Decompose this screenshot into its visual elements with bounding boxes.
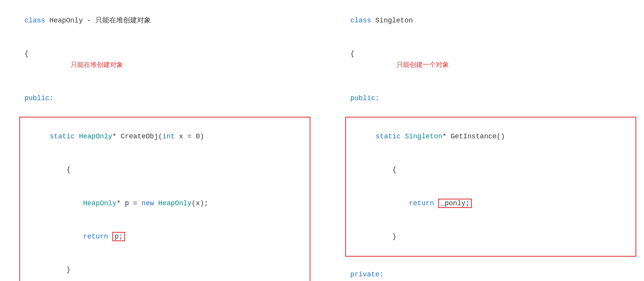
red-box-createobj: static HeapOnly* CreateObj(int x = 0) { … xyxy=(19,117,310,281)
inline-box-ponly: _ponly; xyxy=(438,199,472,208)
line-new-heaponly: HeapOnly* p = new HeapOnly(x); xyxy=(25,187,305,220)
line-singleton-brace: { 只能创建一个对象 xyxy=(334,37,636,82)
line-singleton-class: class Singleton xyxy=(334,4,636,37)
inline-box-p: p; xyxy=(112,232,125,241)
line-class: class HeapOnly - 只能在堆创建对象 xyxy=(8,4,310,37)
line-singleton-private1: private: xyxy=(334,258,636,281)
line-static-create: static HeapOnly* CreateObj(int x = 0) xyxy=(25,120,305,153)
line-close-brace-inner: } xyxy=(25,254,305,281)
comment-singleton: 只能创建一个对象 xyxy=(397,61,449,68)
line-brace-open: { 只能在堆创建对象 xyxy=(8,37,310,82)
right-code-panel: class Singleton { 只能创建一个对象 public: stati… xyxy=(334,4,636,281)
comment-heap: 只能在堆创建对象 xyxy=(71,61,123,68)
line-singleton-public: public: xyxy=(334,82,636,115)
left-code-panel: class HeapOnly - 只能在堆创建对象 { 只能在堆创建对象 pub… xyxy=(8,4,310,281)
line-gi-brace-close: } xyxy=(351,220,631,253)
line-gi-brace-open: { xyxy=(351,153,631,186)
red-box-getinstance: static Singleton* GetInstance() { return… xyxy=(345,117,636,257)
line-return-ponly: return _ponly; xyxy=(351,187,631,220)
line-public: public: xyxy=(8,82,310,115)
line-return-p: return p; xyxy=(25,220,305,253)
line-static-getinstance: static Singleton* GetInstance() xyxy=(351,120,631,153)
line-inner-brace: { xyxy=(25,153,305,186)
kw-class: class xyxy=(24,17,49,24)
